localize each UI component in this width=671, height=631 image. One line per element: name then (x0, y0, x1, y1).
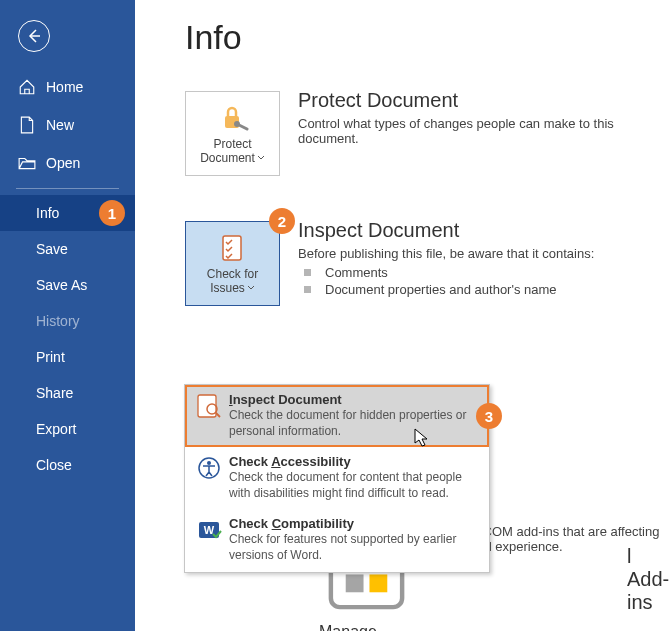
bullet-icon (304, 269, 311, 276)
sidebar-label: Close (36, 457, 72, 473)
callout-badge-3: 3 (476, 403, 502, 429)
section-protect: Protect Document Protect Document Contro… (185, 91, 671, 176)
sidebar-item-share[interactable]: Share (0, 375, 135, 411)
bullet-list: Comments Document properties and author'… (298, 265, 671, 297)
sidebar-item-save-as[interactable]: Save As (0, 267, 135, 303)
section-desc: Control what types of changes people can… (298, 116, 671, 146)
list-item: Comments (298, 265, 671, 280)
section-heading: Inspect Document (298, 219, 671, 242)
svg-rect-6 (346, 574, 364, 592)
sidebar-item-new[interactable]: New (0, 106, 135, 144)
sidebar-label: Export (36, 421, 76, 437)
sidebar-label: Save As (36, 277, 87, 293)
sidebar-item-export[interactable]: Export (0, 411, 135, 447)
page-title: Info (185, 18, 671, 57)
sidebar-label: Open (46, 155, 80, 171)
menu-title: Check Accessibility (229, 454, 479, 469)
back-button[interactable] (18, 20, 50, 52)
compatibility-icon: W (195, 516, 223, 563)
svg-rect-7 (369, 574, 387, 592)
sidebar-label: Save (36, 241, 68, 257)
backstage-sidebar: Home New Open Info 1 Save Save As Histor… (0, 0, 135, 631)
sidebar-label: History (36, 313, 80, 329)
checklist-icon (217, 232, 249, 264)
section-heading: Protect Document (298, 89, 671, 112)
addin-icon (319, 605, 414, 622)
check-for-issues-button[interactable]: Check for Issues (185, 221, 280, 306)
protect-document-button[interactable]: Protect Document (185, 91, 280, 176)
sidebar-item-save[interactable]: Save (0, 231, 135, 267)
home-icon (18, 78, 36, 96)
inspect-document-icon (195, 392, 223, 439)
sidebar-separator (16, 188, 119, 189)
menu-text: Inspect Document Check the document for … (229, 392, 479, 439)
list-item: Document properties and author's name (298, 282, 671, 297)
menu-text: Check Compatibility Check for features n… (229, 516, 479, 563)
sidebar-item-info[interactable]: Info 1 (0, 195, 135, 231)
sidebar-item-open[interactable]: Open (0, 144, 135, 182)
menu-item-check-accessibility[interactable]: Check Accessibility Check the document f… (185, 447, 489, 509)
sidebar-item-home[interactable]: Home (0, 68, 135, 106)
svg-point-1 (234, 121, 240, 127)
open-icon (18, 154, 36, 172)
sidebar-item-print[interactable]: Print (0, 339, 135, 375)
lock-icon (217, 102, 249, 134)
chevron-down-icon (247, 285, 255, 291)
button-label: Manage COM Add-ins (319, 623, 394, 631)
button-label: Check for Issues (190, 268, 275, 296)
sidebar-label: New (46, 117, 74, 133)
menu-title: Check Compatibility (229, 516, 479, 531)
menu-text: Check Accessibility Check the document f… (229, 454, 479, 501)
cursor-icon (414, 428, 430, 448)
sidebar-label: Info (36, 205, 59, 221)
bullet-icon (304, 286, 311, 293)
back-arrow-icon (26, 28, 42, 44)
section-body: Protect Document Control what types of c… (298, 91, 671, 146)
menu-desc: Check the document for content that peop… (229, 470, 479, 501)
section-desc: Before publishing this file, be aware th… (298, 246, 671, 261)
button-label: Protect Document (190, 138, 275, 166)
menu-desc: Check the document for hidden properties… (229, 408, 479, 439)
section-inspect: 2 Check for Issues Inspect Document Befo… (185, 221, 671, 306)
svg-point-11 (207, 461, 211, 465)
sidebar-label: Home (46, 79, 83, 95)
sidebar-item-history[interactable]: History (0, 303, 135, 339)
accessibility-icon (195, 454, 223, 501)
sidebar-label: Print (36, 349, 65, 365)
callout-badge-2: 2 (269, 208, 295, 234)
menu-desc: Check for features not supported by earl… (229, 532, 479, 563)
menu-item-inspect-document[interactable]: Inspect Document Check the document for … (185, 385, 489, 447)
sidebar-item-close[interactable]: Close (0, 447, 135, 483)
check-for-issues-menu: Inspect Document Check the document for … (184, 384, 490, 573)
callout-badge-1: 1 (99, 200, 125, 226)
menu-item-check-compatibility[interactable]: W Check Compatibility Check for features… (185, 509, 489, 571)
chevron-down-icon (257, 155, 265, 161)
sidebar-label: Share (36, 385, 73, 401)
menu-title: Inspect Document (229, 392, 479, 407)
section-body: Inspect Document Before publishing this … (298, 221, 671, 299)
new-icon (18, 116, 36, 134)
